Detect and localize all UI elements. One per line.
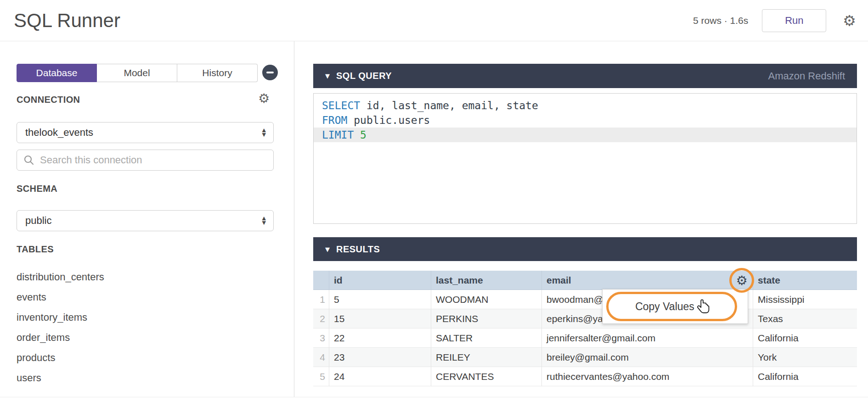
table-row[interactable]: 423REILEYbreiley@gmail.comYork bbox=[313, 348, 857, 367]
cell-id: 22 bbox=[329, 328, 431, 348]
table-list-item[interactable]: users bbox=[17, 368, 104, 388]
column-context-menu: Copy Values bbox=[602, 289, 748, 324]
cell-state: Mississippi bbox=[753, 290, 857, 309]
table-row[interactable]: 215PERKINSeperkins@yaTexas bbox=[313, 309, 857, 328]
cell-email: jennifersalter@gmail.com bbox=[541, 328, 753, 348]
code-line[interactable]: FROM public.users bbox=[314, 113, 857, 128]
cell-last_name: CERVANTES bbox=[431, 367, 541, 386]
cell-email: breiley@gmail.com bbox=[541, 348, 753, 367]
results-panel-header[interactable]: ▼ RESULTS bbox=[313, 237, 857, 261]
sidebar-tabs: Database Model History bbox=[17, 64, 258, 82]
connection-search bbox=[17, 150, 274, 171]
window-bottom-edge bbox=[0, 397, 868, 397]
updown-arrows-icon: ▲▼ bbox=[262, 216, 266, 225]
results-table: idlast_nameemailstate15WOODMANbwoodman@M… bbox=[313, 271, 857, 386]
schema-select[interactable]: public ▲▼ bbox=[17, 210, 274, 231]
cell-last_name: SALTER bbox=[431, 328, 541, 348]
cell-last_name: WOODMAN bbox=[431, 290, 541, 309]
annotation-rect: Copy Values bbox=[606, 292, 737, 321]
row-number: 2 bbox=[313, 309, 329, 328]
cell-state: York bbox=[753, 348, 857, 367]
sql-query-panel-title: SQL QUERY bbox=[336, 71, 392, 81]
page-title: SQL Runner bbox=[14, 10, 120, 32]
tab-model[interactable]: Model bbox=[97, 64, 177, 82]
collapse-sidebar-button[interactable] bbox=[262, 65, 278, 80]
table-list-item[interactable]: distribution_centers bbox=[17, 267, 104, 287]
tables-heading: TABLES bbox=[17, 244, 54, 255]
table-row[interactable]: 322SALTERjennifersalter@gmail.comCalifor… bbox=[313, 328, 857, 348]
search-input[interactable] bbox=[40, 154, 267, 166]
table-list-item[interactable]: products bbox=[17, 348, 104, 368]
dialect-label: Amazon Redshift bbox=[768, 70, 845, 82]
cell-state: Texas bbox=[753, 309, 857, 328]
collapse-triangle-icon: ▼ bbox=[325, 246, 330, 253]
header-actions: 5 rows · 1.6s Run ⚙ bbox=[693, 0, 856, 41]
connection-heading: CONNECTION bbox=[17, 95, 80, 105]
row-number: 5 bbox=[313, 367, 329, 386]
column-header-state[interactable]: state bbox=[753, 271, 857, 290]
code-line[interactable]: LIMIT 5 bbox=[314, 128, 857, 142]
tab-database[interactable]: Database bbox=[17, 64, 97, 82]
schema-heading: SCHEMA bbox=[17, 184, 57, 194]
tab-history[interactable]: History bbox=[177, 64, 258, 82]
table-header-row: idlast_nameemailstate bbox=[313, 271, 857, 290]
settings-gear-icon[interactable]: ⚙ bbox=[843, 12, 856, 29]
row-number-header bbox=[313, 271, 329, 290]
sql-query-panel-header[interactable]: ▼ SQL QUERY Amazon Redshift bbox=[313, 64, 857, 88]
annotation-circle: ⚙ bbox=[729, 268, 754, 293]
cell-last_name: PERKINS bbox=[431, 309, 541, 328]
cell-state: California bbox=[753, 328, 857, 348]
run-button[interactable]: Run bbox=[762, 9, 826, 32]
collapse-triangle-icon: ▼ bbox=[325, 72, 330, 79]
cell-id: 23 bbox=[329, 348, 431, 367]
sql-code: SELECT id, last_name, email, stateFROM p… bbox=[314, 98, 857, 142]
cell-id: 15 bbox=[329, 309, 431, 328]
query-status: 5 rows · 1.6s bbox=[693, 15, 748, 26]
sql-editor[interactable]: SELECT id, last_name, email, stateFROM p… bbox=[313, 93, 857, 224]
cell-id: 24 bbox=[329, 367, 431, 386]
cell-state: California bbox=[753, 367, 857, 386]
tables-list: distribution_centerseventsinventory_item… bbox=[17, 267, 104, 388]
column-gear-icon[interactable]: ⚙ bbox=[736, 273, 747, 288]
row-number: 1 bbox=[313, 290, 329, 309]
results-panel-title: RESULTS bbox=[336, 244, 380, 255]
updown-arrows-icon: ▲▼ bbox=[262, 128, 266, 137]
hand-cursor-icon bbox=[694, 299, 712, 316]
row-number: 4 bbox=[313, 348, 329, 367]
column-header-email[interactable]: email bbox=[541, 271, 753, 290]
app-header: SQL Runner 5 rows · 1.6s Run ⚙ bbox=[0, 0, 868, 41]
schema-select-value: public bbox=[25, 215, 51, 227]
column-header-id[interactable]: id bbox=[329, 271, 431, 290]
column-header-last_name[interactable]: last_name bbox=[431, 271, 541, 290]
connection-gear-icon[interactable]: ⚙ bbox=[258, 91, 270, 106]
sidebar: Database Model History CONNECTION ⚙ thel… bbox=[0, 41, 294, 397]
cell-email: ruthiecervantes@yahoo.com bbox=[541, 367, 753, 386]
table-row[interactable]: 524CERVANTESruthiecervantes@yahoo.comCal… bbox=[313, 367, 857, 386]
code-line[interactable]: SELECT id, last_name, email, state bbox=[314, 98, 857, 113]
connection-select-value: thelook_events bbox=[25, 127, 93, 139]
table-list-item[interactable]: inventory_items bbox=[17, 307, 104, 328]
search-icon bbox=[23, 155, 34, 166]
table-list-item[interactable]: order_items bbox=[17, 328, 104, 348]
table-list-item[interactable]: events bbox=[17, 287, 104, 307]
cell-last_name: REILEY bbox=[431, 348, 541, 367]
table-row[interactable]: 15WOODMANbwoodman@Mississippi bbox=[313, 290, 857, 309]
cell-id: 5 bbox=[329, 290, 431, 309]
connection-select[interactable]: thelook_events ▲▼ bbox=[17, 122, 274, 143]
row-number: 3 bbox=[313, 328, 329, 348]
